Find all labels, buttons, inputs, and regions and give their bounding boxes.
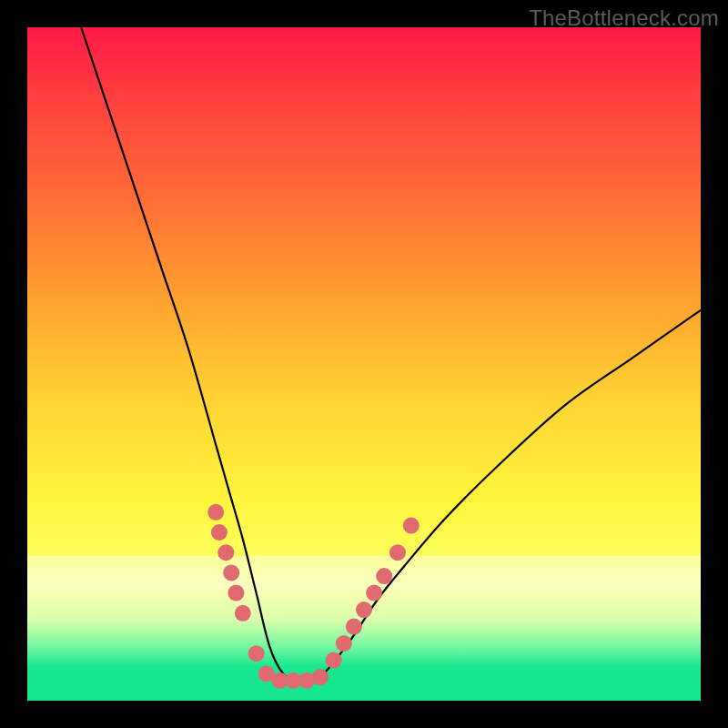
chart-plot-area (27, 27, 701, 701)
data-marker (223, 564, 239, 581)
data-marker (312, 669, 329, 685)
data-marker (248, 645, 265, 662)
bottleneck-curve (81, 27, 701, 682)
chart-svg (27, 27, 701, 701)
data-marker (217, 544, 234, 561)
data-marker (326, 652, 342, 669)
data-marker (366, 585, 382, 602)
data-marker (403, 518, 420, 534)
data-marker (235, 605, 251, 622)
data-marker (207, 504, 224, 521)
data-marker (211, 524, 228, 541)
data-marker (389, 544, 406, 561)
data-markers-group (207, 504, 420, 689)
data-marker (346, 619, 362, 635)
data-marker (376, 568, 392, 584)
data-marker (228, 585, 244, 602)
data-marker (336, 635, 352, 652)
data-marker (356, 602, 372, 618)
